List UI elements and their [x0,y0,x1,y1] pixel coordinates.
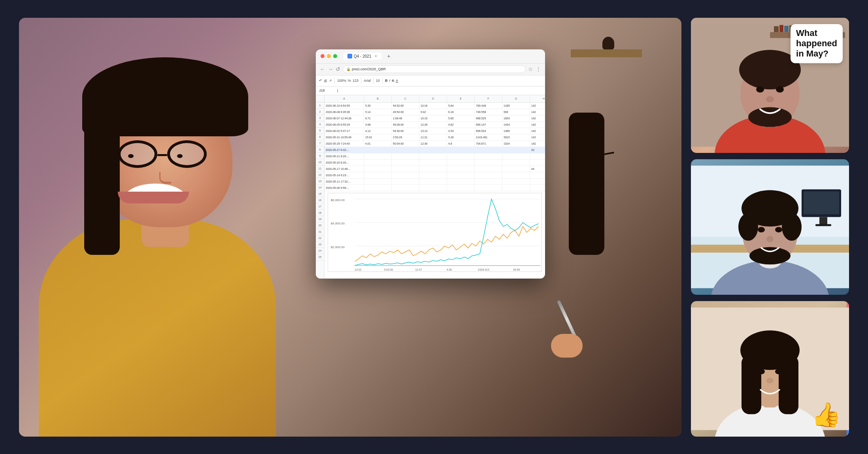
cell-g4[interactable]: 1653 [502,115,530,121]
cell-f14[interactable] [475,179,502,185]
cell-e5[interactable]: 4.82 [447,122,475,128]
cell-f7[interactable]: 2143.461 [475,134,502,140]
cell-g5[interactable]: 1434 [502,122,530,128]
cell-h15[interactable] [530,185,545,191]
cell-c5[interactable]: 49:28:00 [392,122,419,128]
cell-c10[interactable] [392,153,419,159]
cell-d5[interactable]: 12:26 [419,122,447,128]
menu-view[interactable]: ↗ [329,79,332,83]
cell-b9[interactable] [364,147,392,153]
cell-f3[interactable]: 749.558 [475,109,502,115]
cell-c8[interactable]: 50:04:00 [392,141,419,147]
cell-a9[interactable]: 2020-05-27 6:42:... [325,147,364,153]
cell-f12[interactable] [475,166,502,172]
cell-h6[interactable]: 142 [530,128,545,134]
cell-g7[interactable]: 3915 [502,134,530,140]
cell-g2[interactable]: 1185 [502,103,530,109]
cell-e15[interactable] [447,185,475,191]
cell-f5[interactable]: 690.147 [475,122,502,128]
cell-g3[interactable]: 993 [502,109,530,115]
cell-e10[interactable] [447,153,475,159]
cell-g13[interactable] [502,172,530,178]
cell-h10[interactable] [530,153,545,159]
cell-b6[interactable]: 4.12 [364,128,392,134]
cell-c11[interactable] [392,160,419,166]
cell-c14[interactable] [392,179,419,185]
cell-h2[interactable]: 142 [530,103,545,109]
cell-f6[interactable]: 699.534 [475,128,502,134]
cell-a2[interactable]: 2020-06-10 6:54:55 [325,103,364,109]
cell-g11[interactable] [502,160,530,166]
cell-e12[interactable] [447,166,475,172]
cell-a6[interactable]: 2020-06-02 5:47:17 [325,128,364,134]
cell-g6[interactable]: 1366 [502,128,530,134]
cell-b11[interactable] [364,160,392,166]
cell-d3[interactable]: 9:42 [419,109,447,115]
cell-c9[interactable] [392,147,419,153]
cell-f4[interactable]: 968.525 [475,115,502,121]
cell-a15[interactable]: 2020-05-06 5:58:... [325,185,364,191]
cell-h7[interactable]: 142 [530,134,545,140]
cell-g10[interactable] [502,153,530,159]
cell-b12[interactable] [364,166,392,172]
cell-a11[interactable]: 2020-05-20 6:20:... [325,160,364,166]
cell-b13[interactable] [364,172,392,178]
cell-reference[interactable]: J18 [319,89,335,92]
close-dot[interactable] [321,54,325,58]
cell-d13[interactable] [419,172,447,178]
cell-c6[interactable]: 54:30:00 [392,128,419,134]
cell-e9[interactable] [447,147,475,153]
cell-h5[interactable]: 142 [530,122,545,128]
cell-b2[interactable]: 5.35 [364,103,392,109]
cell-f8[interactable]: 704.871 [475,141,502,147]
cell-c2[interactable]: 54:52:00 [392,103,419,109]
bold-button[interactable]: B [385,79,388,83]
cell-a7[interactable]: 2020-05-31 10:55:49 [325,134,364,140]
cell-e3[interactable]: 6.18 [447,109,475,115]
font-size[interactable]: 10 [376,79,380,83]
address-bar[interactable]: 🔒 prezi.com/2020_QBR [343,65,526,73]
cell-g15[interactable] [502,185,530,191]
cell-f15[interactable] [475,185,502,191]
cell-d2[interactable]: 10:16 [419,103,447,109]
cell-g14[interactable] [502,179,530,185]
cell-c3[interactable]: 49:54:00 [392,109,419,115]
cell-e13[interactable] [447,172,475,178]
cell-c12[interactable] [392,166,419,172]
cell-d12[interactable] [419,166,447,172]
cell-b8[interactable]: 4.01 [364,141,392,147]
cell-c13[interactable] [392,172,419,178]
cell-g8[interactable]: 1524 [502,141,530,147]
cell-d10[interactable] [419,153,447,159]
cell-e2[interactable]: 5.84 [447,103,475,109]
cell-h14[interactable] [530,179,545,185]
cell-h13[interactable] [530,172,545,178]
cell-g9[interactable] [502,147,530,153]
cell-h4[interactable]: 142 [530,115,545,121]
cell-a8[interactable]: 2020-05-29 7:24:40 [325,141,364,147]
refresh-button[interactable]: ↺ [336,66,340,72]
cell-a12[interactable]: 2020-05-17 10:48:... [325,166,364,172]
italic-button[interactable]: I [389,79,391,83]
cell-b4[interactable]: 6.71 [364,115,392,121]
cell-d4[interactable]: 10:15 [419,115,447,121]
cell-e8[interactable]: 4.8 [447,141,475,147]
cell-c4[interactable]: 1:08:46 [392,115,419,121]
cell-g12[interactable] [502,166,530,172]
star-button[interactable]: ☆ [528,66,533,72]
browser-tab[interactable]: Q4 - 2021 ✕ [343,53,381,60]
maximize-dot[interactable] [333,54,337,58]
menu-button[interactable]: ⋮ [536,66,541,72]
cell-d15[interactable] [419,185,447,191]
back-button[interactable]: ← [320,66,325,72]
cell-h11[interactable] [530,160,545,166]
cell-d14[interactable] [419,179,447,185]
cell-f9[interactable] [475,147,502,153]
cell-e11[interactable] [447,160,475,166]
cell-d7[interactable]: 11:21 [419,134,447,140]
cell-b3[interactable]: 5.14 [364,109,392,115]
cell-e6[interactable]: 4.53 [447,128,475,134]
menu-file[interactable]: ↶ [319,79,322,83]
strikethrough-button[interactable]: S [392,79,394,83]
cell-a4[interactable]: 2020-06-07 12:44:28 [325,115,364,121]
